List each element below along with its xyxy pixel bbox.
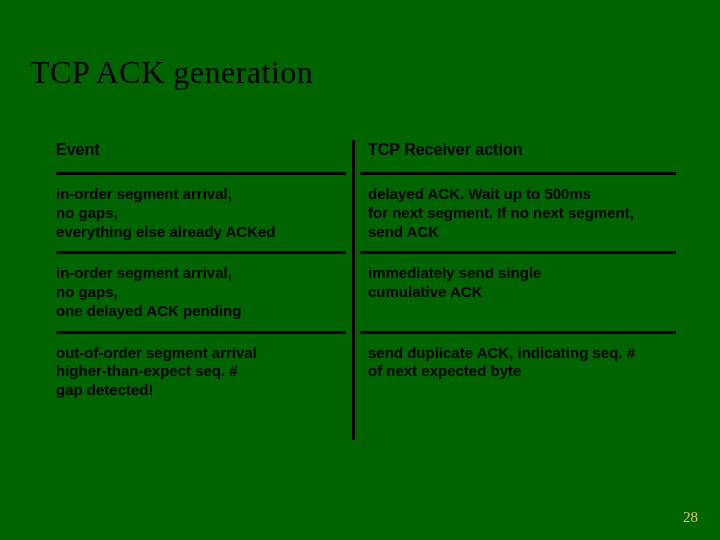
- table-row: in-order segment arrival,no gaps,everyth…: [56, 175, 676, 251]
- cell-event: in-order segment arrival,no gaps,one del…: [56, 254, 356, 330]
- row-divider: [56, 251, 676, 254]
- row-divider: [56, 331, 676, 334]
- cell-action: send duplicate ACK, indicating seq. #of …: [356, 334, 676, 392]
- cell-action: immediately send singlecumulative ACK: [356, 254, 676, 312]
- cell-event: in-order segment arrival,no gaps,everyth…: [56, 175, 356, 251]
- header-event: Event: [56, 140, 356, 172]
- row-divider: [56, 172, 676, 175]
- table-row: out-of-order segment arrivalhigher-than-…: [56, 334, 676, 410]
- table-row: in-order segment arrival,no gaps,one del…: [56, 254, 676, 330]
- ack-generation-table: Event TCP Receiver action in-order segme…: [56, 140, 676, 410]
- slide-title: TCP ACK generation: [0, 0, 720, 91]
- page-number: 28: [683, 509, 698, 526]
- cell-action: delayed ACK. Wait up to 500msfor next se…: [356, 175, 676, 251]
- cell-event: out-of-order segment arrivalhigher-than-…: [56, 334, 356, 410]
- table-header-row: Event TCP Receiver action: [56, 140, 676, 172]
- header-action: TCP Receiver action: [356, 140, 676, 172]
